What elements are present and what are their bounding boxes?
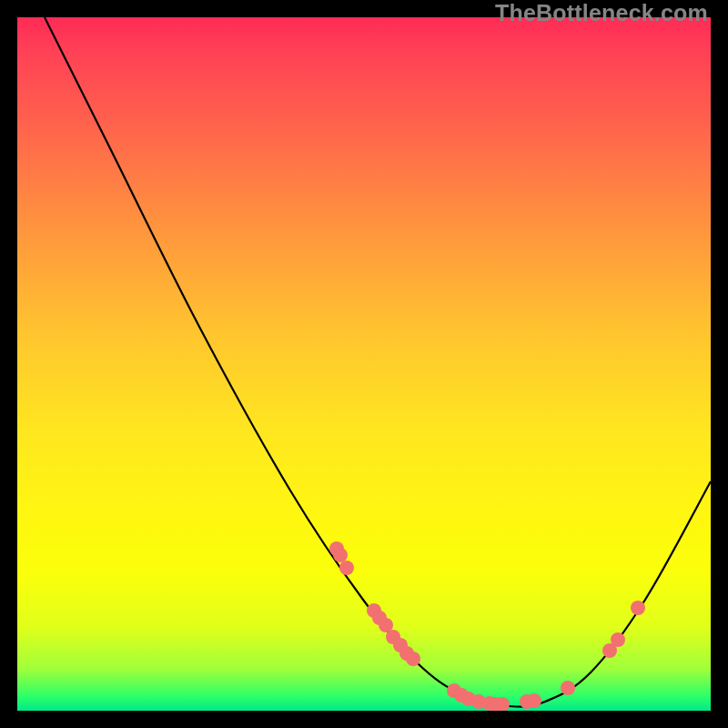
data-markers bbox=[329, 541, 645, 711]
chart-svg bbox=[17, 17, 711, 711]
data-marker bbox=[333, 548, 348, 562]
data-marker bbox=[631, 601, 645, 615]
data-marker bbox=[339, 561, 354, 575]
watermark-text: TheBottleneck.com bbox=[495, 0, 708, 26]
data-marker bbox=[406, 652, 420, 666]
data-marker bbox=[561, 681, 575, 695]
data-marker bbox=[611, 632, 625, 647]
bottleneck-curve bbox=[45, 17, 711, 707]
data-marker bbox=[527, 693, 541, 708]
